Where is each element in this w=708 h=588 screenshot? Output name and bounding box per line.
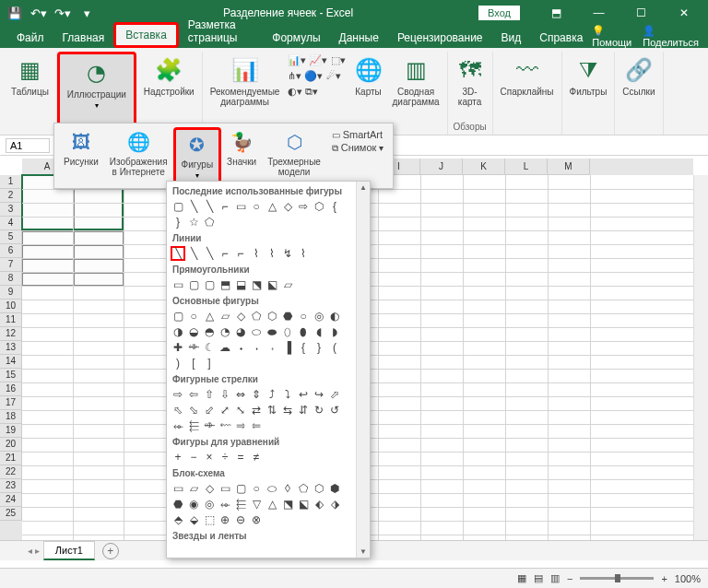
tab-insert[interactable]: Вставка <box>113 22 179 48</box>
shape-item[interactable]: ▢ <box>202 277 217 292</box>
shape-item[interactable]: } <box>171 215 185 229</box>
shape-item[interactable]: ⊕ <box>218 512 232 527</box>
shape-item[interactable]: ⬠ <box>249 309 264 323</box>
shape-item[interactable]: ╲ <box>171 246 185 261</box>
shape-item[interactable]: ⬡ <box>265 309 279 323</box>
shape-item[interactable]: ⬭ <box>249 324 264 339</box>
tab-file[interactable]: Файл <box>7 28 53 48</box>
row-header[interactable]: 23 <box>0 479 22 493</box>
view-page-icon[interactable]: ▤ <box>534 572 543 584</box>
shape-item[interactable]: ○ <box>186 309 201 323</box>
col-header[interactable]: M <box>548 159 590 175</box>
shape-item[interactable]: ⬘ <box>171 512 185 527</box>
tab-review[interactable]: Рецензирование <box>388 28 492 48</box>
save-icon[interactable]: 💾 <box>4 3 26 23</box>
shape-item[interactable]: = <box>233 450 248 465</box>
signin-button[interactable]: Вход <box>478 6 520 20</box>
screenshot-button[interactable]: ⧉ Снимок ▾ <box>332 142 384 154</box>
zoom-out-button[interactable]: − <box>567 573 572 584</box>
shape-item[interactable]: ⬰ <box>171 418 185 433</box>
shape-item[interactable]: ⬕ <box>296 497 311 512</box>
shape-item[interactable]: ⌐ <box>233 246 248 261</box>
shape-item[interactable]: ⇦ <box>186 387 201 402</box>
shape-item[interactable]: ⇨ <box>171 387 185 402</box>
shape-item[interactable]: ▽ <box>249 497 264 512</box>
shape-item[interactable]: ⬮ <box>296 324 311 339</box>
shape-item[interactable]: ◇ <box>202 481 217 496</box>
illustrations-button[interactable]: ◔Иллюстрации▾ <box>64 56 130 112</box>
col-header[interactable]: J <box>420 159 463 175</box>
row-header[interactable]: 22 <box>0 465 22 479</box>
shape-item[interactable]: △ <box>265 497 279 512</box>
row-header[interactable]: 13 <box>0 341 22 355</box>
shapes-scrollbar[interactable] <box>356 182 370 558</box>
row-header[interactable]: 15 <box>0 369 22 382</box>
shape-item[interactable]: ▢ <box>171 309 185 323</box>
maps-button[interactable]: 🌐Карты <box>350 53 387 99</box>
shape-item[interactable]: ◕ <box>233 324 248 339</box>
shape-item[interactable]: ╲ <box>202 246 217 261</box>
3d-map-button[interactable]: 🗺3D- карта <box>452 53 489 109</box>
tab-formulas[interactable]: Формулы <box>263 28 329 48</box>
row-header[interactable]: 6 <box>0 244 22 258</box>
shape-item[interactable]: ╲ <box>186 199 201 214</box>
shape-item[interactable]: ⤴ <box>265 387 279 402</box>
shape-item[interactable]: ⬖ <box>312 497 326 512</box>
shape-item[interactable]: ⇄ <box>249 403 264 417</box>
tab-view[interactable]: Вид <box>492 28 531 48</box>
shape-item[interactable]: ⬃ <box>202 403 217 417</box>
filters-button[interactable]: ⧩Фильтры <box>566 53 611 99</box>
shape-item[interactable]: ◇ <box>280 199 295 214</box>
shape-item[interactable]: ⬕ <box>265 277 279 292</box>
row-header[interactable]: 16 <box>0 382 22 396</box>
shape-item[interactable]: − <box>186 450 201 465</box>
shape-item[interactable]: ⇨ <box>296 199 311 214</box>
shape-item[interactable]: ☾ <box>202 340 217 355</box>
shape-item[interactable]: ⇵ <box>296 403 311 417</box>
shape-item[interactable]: ◔ <box>218 324 232 339</box>
shape-item[interactable]: ⬙ <box>186 512 201 527</box>
shape-item[interactable]: ↯ <box>280 246 295 261</box>
shape-item[interactable]: { <box>327 199 342 214</box>
shape-item[interactable]: ⌇ <box>265 246 279 261</box>
shape-item[interactable]: ⬪ <box>249 340 264 355</box>
shape-item[interactable]: ⬱ <box>186 418 201 433</box>
close-icon[interactable]: ✕ <box>663 0 704 26</box>
shape-item[interactable]: ◐ <box>327 309 342 323</box>
view-break-icon[interactable]: ▥ <box>550 572 560 584</box>
shape-item[interactable]: ⇕ <box>249 387 264 402</box>
row-headers[interactable]: 1234567891011121314151617181920212223242… <box>0 175 22 560</box>
row-header[interactable]: 21 <box>0 452 22 465</box>
shape-item[interactable]: ] <box>202 356 217 370</box>
shape-item[interactable]: ↺ <box>327 403 342 417</box>
pictures-button[interactable]: 🖼Рисунки <box>58 127 104 184</box>
shape-item[interactable]: ) <box>171 356 185 370</box>
row-header[interactable]: 20 <box>0 438 22 452</box>
col-header[interactable]: K <box>463 159 505 175</box>
qat-customize-icon[interactable]: ▾ <box>76 3 98 23</box>
chart-type-buttons[interactable]: 📊▾ 📈▾ ⬚▾⋔▾ 🔵▾ ☄▾◐▾ ⧉▾ <box>285 53 348 99</box>
ribbon-options-icon[interactable]: ⬒ <box>536 0 577 26</box>
shape-item[interactable]: ⬲ <box>202 418 217 433</box>
row-header[interactable]: 9 <box>0 286 22 300</box>
rec-charts-button[interactable]: 📊Рекомендуемые диаграммы <box>206 53 284 109</box>
row-header[interactable]: 18 <box>0 410 22 424</box>
row-header[interactable]: 7 <box>0 258 22 272</box>
shape-item[interactable]: ⬠ <box>296 481 311 496</box>
shape-item[interactable]: ⬳ <box>218 418 232 433</box>
shape-item[interactable]: ⬣ <box>280 309 295 323</box>
shape-item[interactable]: ⬬ <box>265 324 279 339</box>
shape-item[interactable]: ⬡ <box>312 199 326 214</box>
tellme-button[interactable]: 💡 Помощи <box>592 25 631 48</box>
shape-item[interactable]: ◇ <box>233 309 248 323</box>
view-normal-icon[interactable]: ▦ <box>517 572 526 584</box>
shape-item[interactable]: ↪ <box>312 387 326 402</box>
shape-item[interactable]: ⬣ <box>171 497 185 512</box>
3d-models-button[interactable]: ⬡Трехмерные модели <box>262 127 326 184</box>
undo-icon[interactable]: ↶▾ <box>28 3 50 23</box>
shape-item[interactable]: ⬀ <box>327 387 342 402</box>
shape-item[interactable]: ≠ <box>249 450 264 465</box>
shape-item[interactable]: ▭ <box>171 481 185 496</box>
shape-item[interactable]: ⬯ <box>280 324 295 339</box>
shape-item[interactable]: ╲ <box>202 199 217 214</box>
